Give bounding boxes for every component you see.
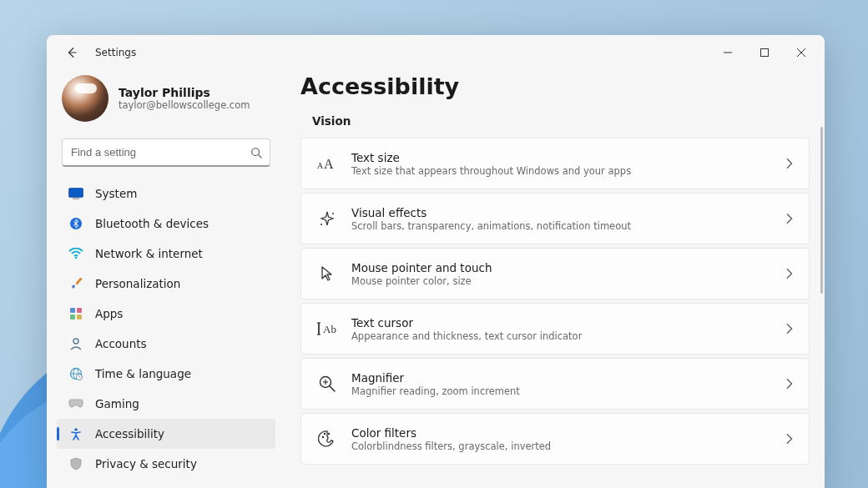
sidebar-item-label: Time & language — [95, 367, 191, 380]
close-button[interactable] — [783, 39, 820, 66]
wifi-icon — [68, 246, 83, 261]
main-content: Accessibility Vision AA Text size Text s… — [285, 70, 825, 488]
system-icon — [68, 186, 83, 201]
sidebar-item-apps[interactable]: Apps — [57, 299, 275, 329]
sidebar-item-network[interactable]: Network & internet — [57, 239, 275, 269]
search-input[interactable] — [62, 138, 270, 167]
scrollbar-thumb[interactable] — [820, 127, 823, 294]
sidebar-item-gaming[interactable]: Gaming — [57, 389, 275, 419]
svg-point-27 — [320, 224, 322, 225]
sidebar-item-time-language[interactable]: Time & language — [57, 359, 275, 389]
sidebar-item-label: Apps — [95, 307, 123, 320]
minimize-icon — [724, 48, 732, 57]
nav-list: System Bluetooth & devices Network & int… — [57, 179, 275, 479]
setting-visual-effects[interactable]: Visual effects Scroll bars, transparency… — [300, 193, 810, 244]
sidebar-item-label: System — [95, 187, 137, 200]
profile-card[interactable]: Taylor Phillips taylor@bellowscollege.co… — [57, 70, 275, 137]
magnifier-plus-icon — [311, 368, 343, 400]
card-title: Mouse pointer and touch — [351, 261, 784, 274]
svg-point-37 — [324, 433, 326, 435]
settings-window: Settings Taylor Phillips taylor@bellowsc… — [47, 35, 825, 488]
titlebar: Settings — [47, 35, 825, 70]
setting-mouse-pointer[interactable]: Mouse pointer and touch Mouse pointer co… — [300, 248, 810, 299]
sidebar-item-label: Network & internet — [95, 247, 203, 260]
svg-text:A: A — [324, 157, 334, 171]
card-subtitle: Mouse pointer color, size — [351, 275, 784, 287]
setting-text-cursor[interactable]: Ab Text cursor Appearance and thickness,… — [300, 303, 810, 355]
card-title: Text cursor — [351, 316, 784, 330]
maximize-button[interactable] — [746, 39, 783, 66]
svg-point-26 — [332, 213, 334, 214]
chevron-right-icon — [784, 268, 795, 279]
svg-point-36 — [322, 436, 324, 438]
svg-point-23 — [74, 428, 78, 431]
sidebar-item-personalization[interactable]: Personalization — [57, 269, 275, 299]
svg-rect-14 — [70, 314, 75, 319]
svg-rect-8 — [73, 199, 79, 199]
profile-email: taylor@bellowscollege.com — [119, 99, 250, 111]
person-icon — [68, 336, 83, 351]
chevron-right-icon — [784, 323, 795, 335]
chevron-right-icon — [784, 433, 795, 445]
arrow-left-icon — [66, 47, 78, 58]
card-title: Color filters — [351, 426, 784, 440]
text-cursor-icon: Ab — [311, 313, 343, 345]
svg-rect-7 — [69, 189, 83, 198]
window-title: Settings — [95, 47, 136, 58]
apps-icon — [68, 306, 83, 321]
svg-point-16 — [73, 339, 78, 344]
sidebar: Taylor Phillips taylor@bellowscollege.co… — [47, 70, 285, 488]
svg-text:Ab: Ab — [323, 323, 336, 335]
setting-text-size[interactable]: AA Text size Text size that appears thro… — [300, 138, 810, 189]
close-icon — [797, 48, 805, 57]
card-title: Magnifier — [351, 371, 784, 385]
chevron-right-icon — [784, 213, 795, 224]
card-title: Text size — [351, 151, 784, 164]
svg-rect-11 — [75, 277, 83, 285]
card-subtitle: Colorblindness filters, grayscale, inver… — [351, 440, 784, 452]
paintbrush-icon — [68, 276, 83, 291]
svg-rect-13 — [77, 308, 82, 313]
setting-magnifier[interactable]: Magnifier Magnifier reading, zoom increm… — [300, 358, 810, 410]
sidebar-item-label: Gaming — [95, 397, 139, 410]
sparkle-icon — [311, 203, 343, 234]
avatar — [62, 75, 108, 122]
sidebar-item-label: Accessibility — [95, 427, 164, 440]
svg-point-10 — [75, 257, 78, 259]
sidebar-item-accounts[interactable]: Accounts — [57, 329, 275, 359]
svg-point-38 — [328, 433, 330, 435]
sidebar-item-label: Accounts — [95, 337, 147, 350]
chevron-right-icon — [784, 378, 795, 390]
sidebar-item-label: Privacy & security — [95, 457, 197, 470]
sidebar-item-accessibility[interactable]: Accessibility — [57, 419, 275, 449]
card-subtitle: Appearance and thickness, text cursor in… — [351, 330, 784, 342]
svg-rect-15 — [77, 314, 82, 319]
shield-icon — [68, 456, 83, 471]
card-subtitle: Text size that appears throughout Window… — [351, 165, 784, 177]
card-subtitle: Scroll bars, transparency, animations, n… — [351, 220, 784, 232]
sidebar-item-label: Bluetooth & devices — [95, 217, 209, 230]
chevron-right-icon — [784, 158, 795, 169]
minimize-button[interactable] — [709, 39, 746, 66]
cursor-icon — [311, 258, 343, 289]
page-title: Accessibility — [300, 73, 810, 99]
accessibility-icon — [68, 426, 83, 441]
setting-color-filters[interactable]: Color filters Colorblindness filters, gr… — [300, 413, 810, 465]
gamepad-icon — [68, 396, 83, 411]
search-field — [62, 138, 270, 167]
maximize-icon — [760, 48, 769, 57]
sidebar-item-system[interactable]: System — [57, 179, 275, 209]
bluetooth-icon — [68, 216, 83, 231]
svg-rect-12 — [70, 308, 75, 313]
section-label: Vision — [312, 114, 810, 128]
svg-rect-2 — [761, 49, 769, 57]
back-button[interactable] — [58, 39, 85, 66]
sidebar-item-label: Personalization — [95, 277, 180, 290]
card-title: Visual effects — [351, 206, 784, 219]
profile-name: Taylor Phillips — [119, 86, 250, 99]
text-size-icon: AA — [311, 148, 343, 179]
svg-text:A: A — [317, 161, 324, 170]
sidebar-item-privacy[interactable]: Privacy & security — [57, 449, 275, 479]
sidebar-item-bluetooth[interactable]: Bluetooth & devices — [57, 209, 275, 239]
card-subtitle: Magnifier reading, zoom increment — [351, 385, 784, 397]
